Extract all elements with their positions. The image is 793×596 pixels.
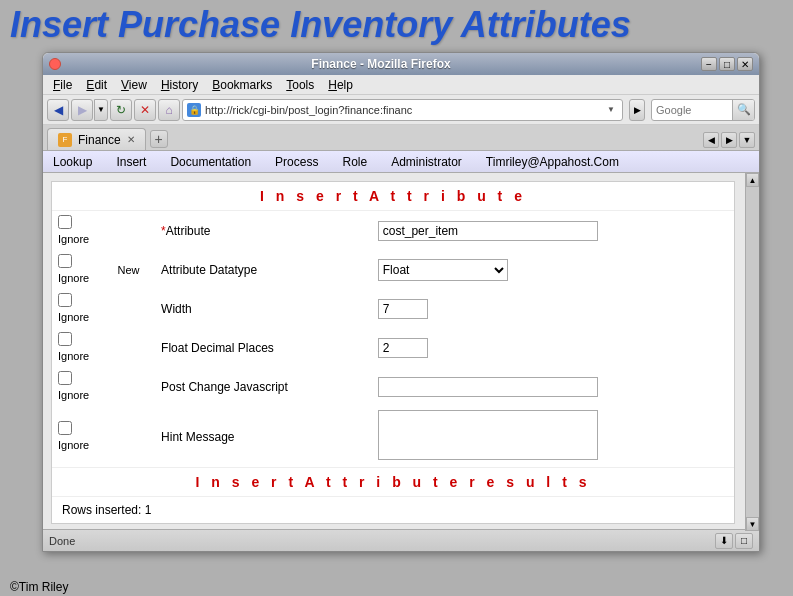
- close-button[interactable]: ✕: [737, 57, 753, 71]
- menu-file[interactable]: File: [47, 76, 78, 94]
- firefox-window: Finance - Mozilla Firefox − □ ✕ File Edi…: [42, 52, 760, 552]
- app-nav-process[interactable]: Process: [271, 153, 322, 171]
- ignore-label-5: Ignore: [58, 389, 89, 401]
- scrollbar[interactable]: ▲ ▼: [745, 173, 759, 531]
- navbar: ◀ ▶ ▼ ↻ ✕ ⌂ 🔒 ▼ ▶ 🔍: [43, 95, 759, 125]
- form-row-width: Ignore Width: [52, 289, 734, 328]
- tab-scroll-left[interactable]: ◀: [703, 132, 719, 148]
- menu-view[interactable]: View: [115, 76, 153, 94]
- app-nav-insert[interactable]: Insert: [112, 153, 150, 171]
- ignore-cell-4: Ignore: [52, 328, 102, 367]
- ignore-checkbox-2[interactable]: [58, 254, 72, 268]
- datatype-select[interactable]: Float Integer String Date Boolean: [378, 259, 508, 281]
- width-input[interactable]: [378, 299, 428, 319]
- rows-inserted-value: 1: [145, 503, 152, 517]
- app-nav-administrator[interactable]: Administrator: [387, 153, 466, 171]
- new-cell-6: [102, 406, 155, 467]
- ignore-cell-3: Ignore: [52, 289, 102, 328]
- tab-favicon: F: [58, 133, 72, 147]
- search-input[interactable]: [652, 104, 732, 116]
- ignore-cell-6: Ignore: [52, 406, 102, 467]
- new-cell-3: [102, 289, 155, 328]
- decimal-input[interactable]: [378, 338, 428, 358]
- field-label-cell-6: Hint Message: [155, 406, 372, 467]
- browser-tab-finance[interactable]: F Finance ✕: [47, 128, 146, 150]
- decimal-label: Float Decimal Places: [161, 341, 274, 355]
- new-label-2: New: [108, 264, 149, 276]
- history-dropdown[interactable]: ▼: [94, 99, 108, 121]
- results-content: Rows inserted: 1: [52, 497, 734, 523]
- statusbar: Done ⬇ □: [43, 529, 759, 551]
- tab-close-icon[interactable]: ✕: [127, 134, 135, 145]
- titlebar: Finance - Mozilla Firefox − □ ✕: [43, 53, 759, 75]
- back-button[interactable]: ◀: [47, 99, 69, 121]
- search-bar: 🔍: [651, 99, 755, 121]
- tab-label: Finance: [78, 133, 121, 147]
- datatype-label: Attribute Datatype: [161, 263, 257, 277]
- page-title-area: Insert Purchase Inventory Attributes: [0, 0, 793, 50]
- attribute-input[interactable]: [378, 221, 598, 241]
- new-cell-2: New: [102, 250, 155, 289]
- url-dropdown[interactable]: ▼: [604, 99, 618, 121]
- reload-button[interactable]: ↻: [110, 99, 132, 121]
- menu-edit[interactable]: Edit: [80, 76, 113, 94]
- menu-bookmarks[interactable]: Bookmarks: [206, 76, 278, 94]
- app-nav-documentation[interactable]: Documentation: [166, 153, 255, 171]
- javascript-label: Post Change Javascript: [161, 380, 288, 394]
- app-nav-user[interactable]: Timriley@Appahost.Com: [482, 153, 623, 171]
- form-row-hint: Ignore Hint Message: [52, 406, 734, 467]
- ignore-cell-1: Ignore: [52, 211, 102, 250]
- new-tab-button[interactable]: +: [150, 130, 168, 148]
- field-label-cell-4: Float Decimal Places: [155, 328, 372, 367]
- url-go-btn[interactable]: ▶: [629, 99, 645, 121]
- status-icon-2[interactable]: □: [735, 533, 753, 549]
- copyright: ©Tim Riley: [10, 580, 68, 594]
- app-nav-role[interactable]: Role: [338, 153, 371, 171]
- form-row-decimal: Ignore Float Decimal Places: [52, 328, 734, 367]
- ignore-cell-2: Ignore: [52, 250, 102, 289]
- app-nav-lookup[interactable]: Lookup: [49, 153, 96, 171]
- menu-help[interactable]: Help: [322, 76, 359, 94]
- url-input[interactable]: [205, 104, 600, 116]
- titlebar-buttons: − □ ✕: [701, 57, 753, 71]
- ignore-checkbox-4[interactable]: [58, 332, 72, 346]
- tab-scroll-right[interactable]: ▶: [721, 132, 737, 148]
- form-container: I n s e r t A t t r i b u t e Ignore: [51, 181, 735, 524]
- scroll-down-arrow[interactable]: ▼: [746, 517, 759, 531]
- field-input-cell-6: [372, 406, 734, 467]
- url-bar: 🔒 ▼: [182, 99, 623, 121]
- maximize-button[interactable]: □: [719, 57, 735, 71]
- titlebar-text: Finance - Mozilla Firefox: [61, 57, 701, 71]
- titlebar-left: [49, 58, 61, 70]
- window-close-btn[interactable]: [49, 58, 61, 70]
- results-title: I n s e r t A t t r i b u t e r e s u l …: [52, 467, 734, 497]
- ignore-checkbox-1[interactable]: [58, 215, 72, 229]
- statusbar-text: Done: [49, 535, 75, 547]
- form-title: I n s e r t A t t r i b u t e: [52, 182, 734, 211]
- statusbar-icons: ⬇ □: [715, 533, 753, 549]
- search-button[interactable]: 🔍: [732, 99, 754, 121]
- required-star: *: [161, 224, 166, 238]
- status-icon-1[interactable]: ⬇: [715, 533, 733, 549]
- javascript-input[interactable]: [378, 377, 598, 397]
- content-area: Lookup Insert Documentation Process Role…: [43, 151, 759, 531]
- page-title: Insert Purchase Inventory Attributes: [10, 4, 631, 46]
- forward-button[interactable]: ▶: [71, 99, 93, 121]
- menu-tools[interactable]: Tools: [280, 76, 320, 94]
- stop-button[interactable]: ✕: [134, 99, 156, 121]
- minimize-button[interactable]: −: [701, 57, 717, 71]
- menu-history[interactable]: History: [155, 76, 204, 94]
- scroll-up-arrow[interactable]: ▲: [746, 173, 759, 187]
- tab-list-btn[interactable]: ▼: [739, 132, 755, 148]
- ignore-checkbox-3[interactable]: [58, 293, 72, 307]
- ignore-label-3: Ignore: [58, 311, 89, 323]
- ignore-checkbox-6[interactable]: [58, 421, 72, 435]
- field-label-cell-2: Attribute Datatype: [155, 250, 372, 289]
- ignore-label-6: Ignore: [58, 439, 89, 451]
- app-navbar: Lookup Insert Documentation Process Role…: [43, 151, 759, 173]
- ignore-checkbox-5[interactable]: [58, 371, 72, 385]
- home-button[interactable]: ⌂: [158, 99, 180, 121]
- rows-inserted-label: Rows inserted:: [62, 503, 145, 517]
- hint-textarea[interactable]: [378, 410, 598, 460]
- tab-nav-area: ◀ ▶ ▼: [703, 132, 755, 148]
